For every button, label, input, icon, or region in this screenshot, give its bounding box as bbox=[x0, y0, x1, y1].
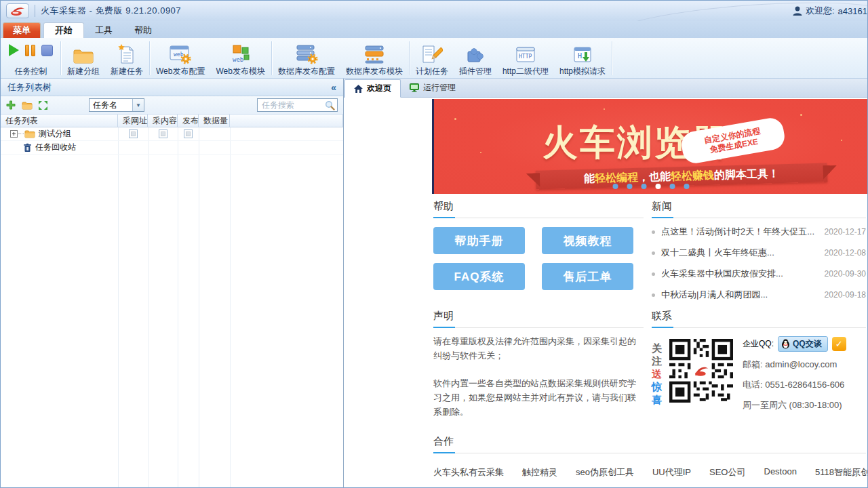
partner-link[interactable]: 5118智能原创 bbox=[815, 466, 867, 479]
task-table-body: 测试分组 bbox=[1, 127, 343, 487]
collect-url-checkbox[interactable] bbox=[129, 129, 138, 138]
statement-section: 声明 请在尊重版权及法律允许范围内采集，因采集引起的纠纷与软件无关； 软件内置一… bbox=[433, 310, 644, 432]
web-module-icon: web bbox=[231, 44, 251, 64]
trash-icon bbox=[23, 143, 32, 152]
search-icon[interactable] bbox=[325, 100, 335, 110]
expand-all-icon[interactable] bbox=[39, 101, 47, 110]
web-publish-module-button[interactable]: web Web发布模块 bbox=[210, 39, 270, 77]
section-title-statement: 声明 bbox=[433, 310, 644, 328]
add-icon[interactable] bbox=[6, 100, 16, 110]
folder-icon bbox=[24, 129, 35, 138]
column-header[interactable]: 数据量 bbox=[199, 115, 230, 127]
user-icon bbox=[793, 6, 802, 16]
tree-item-label[interactable]: 测试分组 bbox=[39, 128, 71, 140]
column-header[interactable]: 采网址 bbox=[118, 115, 148, 127]
task-tree-toolbar: 任务名 ▼ bbox=[1, 96, 343, 115]
stop-icon[interactable] bbox=[41, 45, 53, 56]
support-ticket-button[interactable]: 售后工单 bbox=[542, 263, 633, 290]
svg-text:H: H bbox=[578, 52, 582, 60]
bullet-icon bbox=[652, 272, 655, 276]
qq-chat-button[interactable]: QQ交谈 bbox=[778, 336, 828, 352]
table-row[interactable]: 任务回收站 bbox=[1, 141, 343, 155]
help-manual-button[interactable]: 帮助手册 bbox=[433, 227, 525, 254]
publish-checkbox[interactable] bbox=[184, 129, 193, 138]
partner-link[interactable]: Destoon bbox=[764, 466, 797, 479]
news-item[interactable]: 双十二盛典丨火车年终钜惠... 2020-12-08 bbox=[652, 247, 866, 259]
partners-section: 合作 火车头私有云采集 触控精灵 seo伪原创工具 UU代理IP SEO公司 D… bbox=[433, 435, 866, 479]
video-tutorial-button[interactable]: 视频教程 bbox=[542, 227, 633, 254]
tree-item-label[interactable]: 任务回收站 bbox=[35, 142, 76, 153]
carousel-dot[interactable] bbox=[669, 184, 675, 189]
collapse-panel-icon[interactable]: « bbox=[331, 82, 336, 93]
open-folder-icon[interactable] bbox=[22, 101, 33, 110]
new-group-button[interactable]: 新建分组 bbox=[62, 39, 105, 77]
menu-tab-help[interactable]: 帮助 bbox=[123, 22, 163, 38]
svg-text:HTTP: HTTP bbox=[519, 54, 532, 60]
news-item[interactable]: 中秋活动|月满人和两团园... 2020-09-18 bbox=[652, 289, 866, 301]
chevron-down-icon[interactable]: ▼ bbox=[132, 99, 144, 111]
news-section: 新闻 点这里！活动倒计时2天！年终大促五... 2020-12-17 双十二盛典… bbox=[652, 200, 866, 310]
carousel-dot[interactable] bbox=[655, 184, 660, 189]
partner-link[interactable]: SEO公司 bbox=[709, 466, 745, 479]
news-item[interactable]: 点这里！活动倒计时2天！年终大促五... 2020-12-17 bbox=[652, 226, 866, 238]
menu-bar: 菜单 开始 工具 帮助 bbox=[1, 21, 867, 38]
play-icon[interactable] bbox=[9, 44, 19, 56]
partner-link[interactable]: UU代理IP bbox=[652, 466, 691, 479]
news-item[interactable]: 火车采集器中秋国庆放假安排... 2020-09-30 bbox=[652, 268, 866, 280]
table-row[interactable]: 测试分组 bbox=[1, 127, 343, 141]
welcome-page: 火车浏览器 自定义你的流程 免费生成EXE 能轻松编程，也能轻松赚钱的脚本工具！… bbox=[344, 98, 867, 487]
column-gridline bbox=[118, 127, 119, 487]
db-publish-module-button[interactable]: 数据库发布模块 bbox=[340, 39, 408, 77]
promo-banner[interactable]: 火车浏览器 自定义你的流程 免费生成EXE 能轻松编程，也能轻松赚钱的脚本工具！ bbox=[432, 99, 867, 194]
svg-text:web: web bbox=[233, 56, 243, 63]
task-filter-dropdown[interactable]: 任务名 ▼ bbox=[89, 98, 144, 112]
tab-welcome[interactable]: 欢迎页 bbox=[344, 79, 401, 98]
pause-icon[interactable] bbox=[25, 45, 35, 56]
column-header-spacer bbox=[230, 115, 343, 127]
partner-link[interactable]: 火车头私有云采集 bbox=[433, 466, 504, 479]
database-config-icon bbox=[295, 44, 318, 64]
carousel-dot[interactable] bbox=[627, 184, 632, 189]
column-header[interactable]: 采内容 bbox=[148, 115, 178, 127]
schedule-icon bbox=[421, 44, 443, 64]
menu-tab-start[interactable]: 开始 bbox=[43, 22, 84, 38]
faq-button[interactable]: FAQ系统 bbox=[433, 263, 525, 290]
menu-tab-tools[interactable]: 工具 bbox=[84, 22, 123, 38]
ribbon-separator bbox=[409, 41, 410, 75]
new-task-button[interactable]: 新建任务 bbox=[105, 39, 149, 77]
task-tree-panel: 任务列表树 « 任务名 ▼ bbox=[1, 79, 344, 487]
section-title-help: 帮助 bbox=[433, 200, 644, 218]
http-proxy-button[interactable]: HTTP http二级代理 bbox=[497, 39, 554, 77]
task-table-header: 任务列表 采网址 采内容 发布 数据量 bbox=[1, 115, 343, 127]
carousel-dot[interactable] bbox=[612, 184, 618, 189]
menu-button[interactable]: 菜单 bbox=[3, 22, 41, 38]
http-request-icon: H bbox=[572, 45, 593, 64]
puzzle-icon bbox=[465, 45, 486, 64]
web-publish-config-button[interactable]: web Web发布配置 bbox=[151, 39, 210, 77]
partner-link[interactable]: seo伪原创工具 bbox=[576, 466, 634, 479]
contact-email[interactable]: 邮箱: admin@locoy.com bbox=[743, 359, 866, 371]
qq-label: 企业QQ: bbox=[743, 338, 774, 350]
column-header[interactable]: 发布 bbox=[178, 115, 199, 127]
db-publish-config-button[interactable]: 数据库发布配置 bbox=[273, 39, 340, 77]
statement-paragraph: 软件内置一些各自类型的站点数据采集规则供研究学习之用，如果您是网站主并对此有异议… bbox=[433, 376, 644, 419]
web-config-icon: web bbox=[169, 44, 192, 64]
statement-paragraph: 请在尊重版权及法律允许范围内采集，因采集引起的纠纷与软件无关； bbox=[433, 334, 644, 363]
app-logo-button[interactable] bbox=[6, 3, 29, 18]
tree-expander-icon[interactable] bbox=[10, 130, 18, 138]
carousel-dot[interactable] bbox=[684, 184, 689, 189]
http-request-button[interactable]: H http模拟请求 bbox=[554, 39, 611, 77]
task-search-input[interactable] bbox=[262, 100, 325, 110]
collect-content-checkbox[interactable] bbox=[159, 129, 167, 138]
scheduled-task-button[interactable]: 计划任务 bbox=[410, 39, 454, 77]
home-icon bbox=[354, 85, 363, 93]
ribbon-toolbar: 任务控制 新建分组 新建任务 bbox=[1, 38, 867, 79]
column-header[interactable]: 任务列表 bbox=[1, 115, 118, 127]
partner-link[interactable]: 触控精灵 bbox=[522, 466, 557, 479]
tab-run-management[interactable]: 运行管理 bbox=[401, 79, 465, 97]
plugin-manager-button[interactable]: 插件管理 bbox=[454, 39, 497, 77]
ribbon-separator bbox=[612, 41, 612, 75]
column-gridline bbox=[148, 127, 149, 487]
carousel-dot[interactable] bbox=[641, 184, 646, 189]
task-control-label: 任务控制 bbox=[15, 66, 47, 76]
